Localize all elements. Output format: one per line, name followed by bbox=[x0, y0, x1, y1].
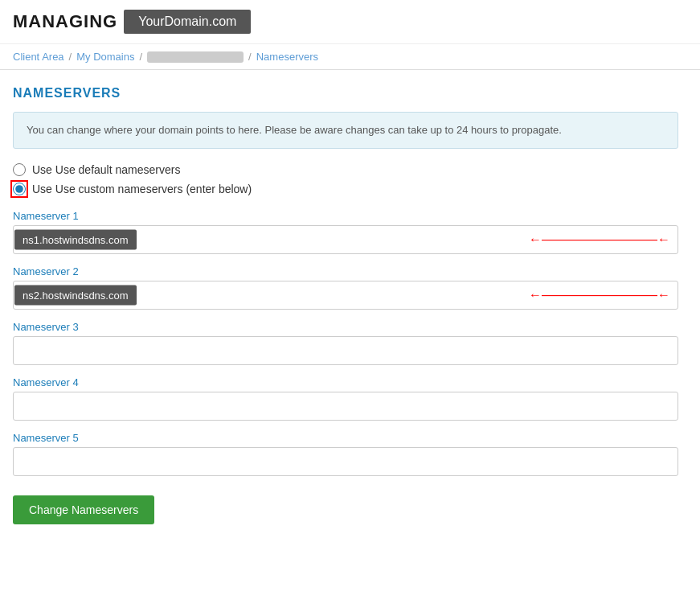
nameserver-input-wrap-2: ns2.hostwindsdns.com←—————————← bbox=[13, 281, 678, 310]
nameserver-input-3[interactable] bbox=[13, 336, 678, 365]
breadcrumb-nameservers: Nameservers bbox=[256, 51, 318, 63]
nameserver-group-3: Nameserver 3 bbox=[13, 321, 678, 365]
nameserver-input-2[interactable] bbox=[13, 281, 678, 310]
radio-custom[interactable] bbox=[13, 183, 26, 195]
section-title: NAMESERVERS bbox=[13, 86, 678, 101]
nameserver-input-5[interactable] bbox=[13, 447, 678, 476]
nameserver-group-2: Nameserver 2ns2.hostwindsdns.com←———————… bbox=[13, 265, 678, 310]
radio-custom-label[interactable]: Use Use custom nameservers (enter below) bbox=[32, 183, 252, 195]
radio-default-suffix: nameservers bbox=[116, 163, 181, 176]
nameserver-input-1[interactable] bbox=[13, 225, 678, 254]
radio-custom-item: Use Use custom nameservers (enter below) bbox=[13, 183, 678, 195]
radio-default[interactable] bbox=[13, 163, 26, 176]
breadcrumb-my-domains[interactable]: My Domains bbox=[76, 51, 134, 63]
nameserver-input-wrap-4 bbox=[13, 392, 678, 421]
radio-default-item: Use Use default nameservers bbox=[13, 163, 678, 176]
breadcrumb-domain-blurred bbox=[147, 51, 244, 63]
info-box-text: You can change where your domain points … bbox=[27, 124, 562, 136]
radio-default-label[interactable]: Use Use default nameservers bbox=[32, 163, 180, 176]
radio-group: Use Use default nameservers Use Use cust… bbox=[13, 163, 678, 195]
domain-badge: YourDomain.com bbox=[124, 10, 251, 34]
radio-default-highlight: Use default bbox=[55, 163, 113, 176]
breadcrumb: Client Area / My Domains / / Nameservers bbox=[0, 44, 700, 70]
radio-custom-highlight: Use custom bbox=[55, 183, 115, 195]
managing-label: MANAGING bbox=[13, 11, 117, 32]
nameserver-group-1: Nameserver 1ns1.hostwindsdns.com←———————… bbox=[13, 210, 678, 254]
nameserver-input-wrap-3 bbox=[13, 336, 678, 365]
nameserver-label-2: Nameserver 2 bbox=[13, 265, 678, 277]
nameserver-label-4: Nameserver 4 bbox=[13, 376, 678, 388]
main-content: NAMESERVERS You can change where your do… bbox=[0, 70, 691, 540]
breadcrumb-sep-2: / bbox=[139, 51, 142, 63]
nameserver-label-3: Nameserver 3 bbox=[13, 321, 678, 333]
nameserver-label-5: Nameserver 5 bbox=[13, 432, 678, 444]
breadcrumb-client-area[interactable]: Client Area bbox=[13, 51, 64, 63]
nameserver-group-4: Nameserver 4 bbox=[13, 376, 678, 421]
nameserver-input-4[interactable] bbox=[13, 392, 678, 421]
breadcrumb-sep-1: / bbox=[69, 51, 72, 63]
nameserver-group-5: Nameserver 5 bbox=[13, 432, 678, 476]
breadcrumb-sep-3: / bbox=[248, 51, 252, 63]
info-box: You can change where your domain points … bbox=[13, 112, 678, 149]
nameserver-fields: Nameserver 1ns1.hostwindsdns.com←———————… bbox=[13, 210, 678, 476]
nameserver-input-wrap-1: ns1.hostwindsdns.com←—————————← bbox=[13, 225, 678, 254]
radio-custom-suffix: nameservers (enter below) bbox=[118, 183, 252, 195]
nameserver-label-1: Nameserver 1 bbox=[13, 210, 678, 222]
nameserver-input-wrap-5 bbox=[13, 447, 678, 476]
header: MANAGING YourDomain.com bbox=[0, 0, 700, 44]
change-nameservers-button[interactable]: Change Nameservers bbox=[13, 495, 154, 524]
